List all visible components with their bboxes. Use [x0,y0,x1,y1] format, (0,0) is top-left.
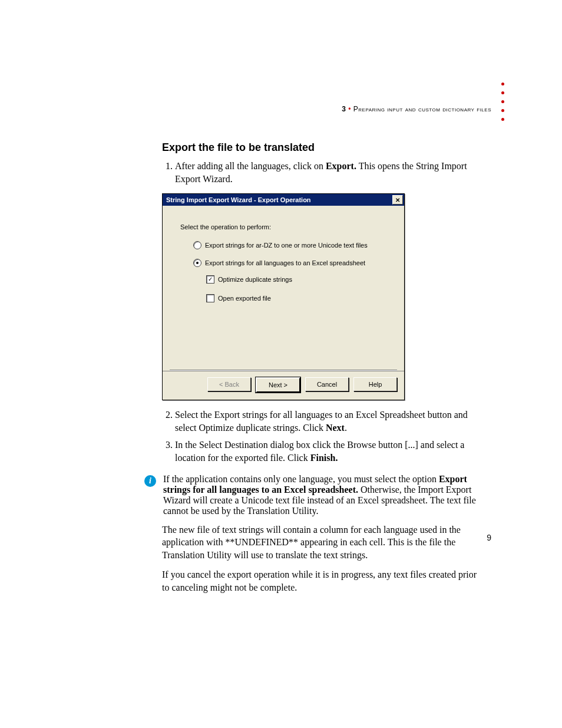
radio-icon [193,259,201,267]
paragraph-undefined-note: The new file of text strings will contai… [162,523,480,562]
page-number: 9 [487,533,491,542]
checkbox-label: Optimize duplicate strings [218,276,292,283]
wizard-dialog: String Import Export Wizard - Export Ope… [162,193,405,400]
chapter-title: Preparing input and custom dictionary fi… [353,105,491,113]
dialog-body: Select the operation to perform: Export … [163,206,404,371]
decorative-dots [501,83,504,121]
steps-list-a: After adding all the languages, click on… [162,160,480,185]
chapter-number: 3 [342,105,346,113]
checkbox-open-file[interactable]: Open exported file [206,294,392,302]
info-text: If the application contains only one lan… [163,474,480,516]
radio-label: Export strings for all languages to an E… [205,259,365,266]
radio-label: Export strings for ar-DZ to one or more … [205,242,368,249]
close-icon[interactable]: ✕ [392,195,403,205]
steps-list-b: Select the Export strings for all langua… [162,409,480,464]
dialog-title-text: String Import Export Wizard - Export Ope… [166,196,311,203]
dialog-prompt: Select the operation to perform: [180,223,392,230]
section-heading: Export the file to be translated [162,141,480,154]
paragraph-cancel-note: If you cancel the export operation while… [162,568,480,594]
step-3: In the Select Destination dialog box cli… [175,439,480,464]
radio-option-excel[interactable]: Export strings for all languages to an E… [193,259,392,267]
info-icon: i [144,475,156,487]
cancel-button[interactable]: Cancel [305,377,349,391]
dialog-button-row: < Back Next > Cancel Help [163,371,404,400]
running-header: 3 • Preparing input and custom dictionar… [342,105,491,113]
step-2: Select the Export strings for all langua… [175,409,480,434]
checkbox-icon [206,294,214,302]
radio-option-unicode[interactable]: Export strings for ar-DZ to one or more … [193,241,392,249]
page: 3 • Preparing input and custom dictionar… [0,0,562,637]
checkbox-label: Open exported file [218,295,271,302]
next-button[interactable]: Next > [256,377,300,393]
bullet-icon: • [348,105,351,113]
back-button[interactable]: < Back [207,377,251,391]
help-button[interactable]: Help [353,377,397,391]
step-1: After adding all the languages, click on… [175,160,480,185]
main-content: Export the file to be translated After a… [162,141,480,594]
radio-icon [193,241,201,249]
info-note: i If the application contains only one l… [144,474,480,516]
checkbox-icon: ✓ [206,275,214,284]
checkbox-optimize[interactable]: ✓ Optimize duplicate strings [206,275,392,284]
dialog-titlebar: String Import Export Wizard - Export Ope… [163,194,404,206]
